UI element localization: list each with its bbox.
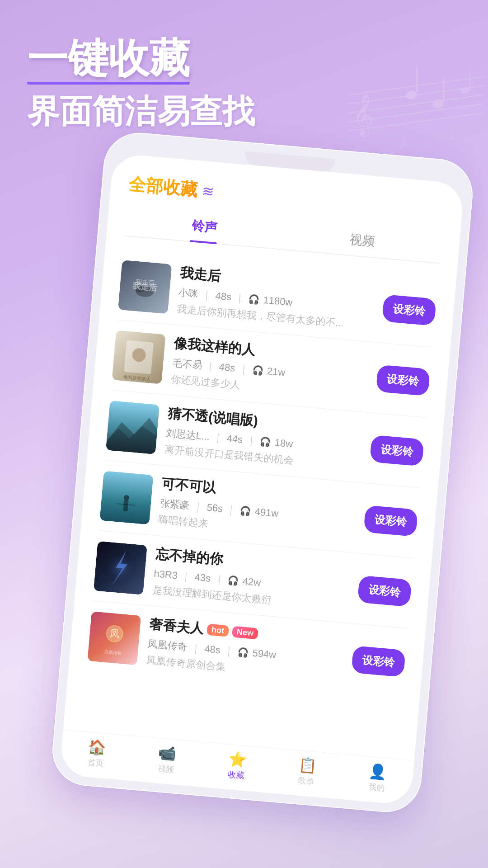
svg-text:♩: ♩ bbox=[9, 777, 19, 800]
playlist-icon: 📋 bbox=[298, 756, 317, 774]
badge-hot: hot bbox=[206, 624, 229, 637]
star-icon: ⭐ bbox=[228, 750, 247, 768]
svg-text:𝄞: 𝄞 bbox=[352, 94, 374, 137]
song-info-4: 可不可以 张紫豪 ｜ 56s ｜ 🎧 491w 嗨唱转起来 bbox=[158, 475, 358, 543]
song-info-6: 奢香夫人 hot New 凤凰传奇 ｜ 48s ｜ 🎧 594w bbox=[146, 615, 346, 684]
phone-mockup: 全部收藏 ≋ 铃声 视频 bbox=[49, 130, 475, 815]
set-ringtone-btn-4[interactable]: 设彩铃 bbox=[363, 505, 418, 537]
set-ringtone-btn-6[interactable]: 设彩铃 bbox=[351, 646, 406, 677]
song-info-5: 忘不掉的你 h3R3 ｜ 43s ｜ 🎧 42w 是我没理解到还是你太敷衍 bbox=[152, 545, 352, 613]
svg-point-24 bbox=[136, 285, 145, 293]
headphone-icon: 🎧 bbox=[237, 646, 249, 658]
svg-rect-21 bbox=[118, 260, 172, 314]
song-info-3: 猜不透(说唱版) 刘思达L... ｜ 44s ｜ 🎧 18w 离开前没开口是我错… bbox=[164, 404, 364, 473]
video-icon: 📹 bbox=[158, 744, 177, 762]
set-ringtone-btn-1[interactable]: 设彩铃 bbox=[382, 294, 436, 326]
top-promo-text: 一键收藏 界面简洁易查找 bbox=[27, 36, 255, 133]
song-cover-3 bbox=[106, 400, 160, 454]
set-ringtone-btn-2[interactable]: 设彩铃 bbox=[376, 364, 431, 396]
headphone-icon: 🎧 bbox=[252, 364, 264, 376]
home-icon: 🏠 bbox=[87, 737, 107, 756]
set-ringtone-btn-3[interactable]: 设彩铃 bbox=[370, 434, 424, 466]
svg-line-0 bbox=[348, 77, 483, 95]
title-char-1: 一键收藏 bbox=[27, 36, 190, 81]
svg-point-6 bbox=[405, 90, 418, 100]
tab-ringtone[interactable]: 铃声 bbox=[125, 205, 285, 249]
badge-new: New bbox=[232, 626, 258, 640]
song-cover-2: 像我这样的人 bbox=[112, 330, 166, 384]
set-ringtone-btn-5[interactable]: 设彩铃 bbox=[357, 575, 412, 607]
svg-text:我走后: 我走后 bbox=[136, 278, 155, 287]
song-info-2: 像我这样的人 毛不易 ｜ 48s ｜ 🎧 21w 你还见过多少人 bbox=[170, 334, 370, 403]
phone-screen: 全部收藏 ≋ 铃声 视频 bbox=[59, 153, 465, 806]
profile-icon: 👤 bbox=[368, 762, 388, 781]
nav-favorites[interactable]: ⭐ 收藏 bbox=[227, 750, 248, 781]
screen-content: 全部收藏 ≋ 铃声 视频 bbox=[67, 153, 465, 718]
svg-point-8 bbox=[432, 99, 445, 109]
svg-text:♪: ♪ bbox=[0, 717, 9, 747]
lightning-icon: ≋ bbox=[201, 182, 215, 200]
subtitle: 界面简洁易查找 bbox=[27, 90, 255, 133]
headphone-icon: 🎧 bbox=[227, 575, 239, 586]
bottom-nav: 🏠 首页 📹 视频 ⭐ 收藏 📋 歌单 👤 我的 bbox=[59, 730, 414, 806]
screen-title: 全部收藏 bbox=[128, 173, 198, 202]
phone-frame: 全部收藏 ≋ 铃声 视频 bbox=[49, 130, 475, 815]
headphone-icon: 🎧 bbox=[239, 505, 252, 517]
headphone-icon: 🎧 bbox=[259, 436, 272, 448]
svg-line-4 bbox=[348, 113, 483, 131]
nav-home[interactable]: 🏠 首页 bbox=[86, 737, 107, 769]
tab-video[interactable]: 视频 bbox=[282, 218, 442, 263]
nav-playlist[interactable]: 📋 歌单 bbox=[297, 756, 318, 787]
svg-text:♫: ♫ bbox=[32, 748, 49, 774]
svg-text:♪: ♪ bbox=[398, 133, 407, 153]
main-title: 一键收藏 bbox=[27, 36, 255, 81]
song-cover-6: 凤 凤凰传奇 bbox=[87, 611, 141, 665]
headphone-icon: 🎧 bbox=[248, 293, 260, 305]
song-cover-5 bbox=[94, 541, 147, 594]
svg-line-3 bbox=[348, 104, 483, 122]
nav-video[interactable]: 📹 视频 bbox=[156, 744, 177, 775]
svg-text:凤: 凤 bbox=[109, 627, 120, 639]
song-cover-1: 我走后 bbox=[118, 260, 172, 314]
svg-text:♩: ♩ bbox=[447, 126, 455, 143]
nav-profile[interactable]: 👤 我的 bbox=[367, 762, 388, 793]
song-info-1: 我走后 小咪 ｜ 48s ｜ 🎧 1180w 我走后你别再想我，尽管有太多的不.… bbox=[177, 264, 376, 333]
song-list: 我走后 我走后 小咪 ｜ bbox=[86, 250, 438, 698]
song-cover-4 bbox=[99, 471, 153, 524]
svg-line-1 bbox=[348, 86, 483, 104]
svg-line-2 bbox=[348, 95, 483, 113]
svg-point-10 bbox=[460, 86, 471, 95]
